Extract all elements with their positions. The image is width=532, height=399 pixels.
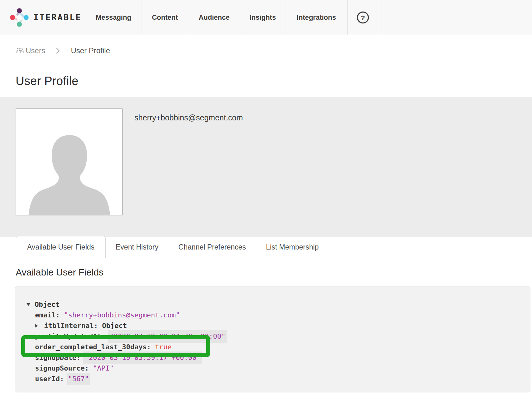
avatar bbox=[16, 109, 123, 215]
json-row-email: email: "sherry+bobbins@segment.com" bbox=[15, 310, 530, 321]
json-key: signupDate: bbox=[35, 352, 85, 363]
profile-tabs: Available User Fields Event History Chan… bbox=[0, 236, 530, 258]
tab-list-membership[interactable]: List Membership bbox=[256, 236, 329, 258]
json-value-highlighted: "567" bbox=[67, 373, 90, 385]
json-value-boolean: true bbox=[155, 342, 172, 352]
nav-item-content[interactable]: Content bbox=[142, 0, 188, 35]
breadcrumb: Users User Profile bbox=[16, 46, 110, 55]
json-row-itblinternal: itblInternal: Object bbox=[15, 321, 530, 331]
nav-item-insights[interactable]: Insights bbox=[240, 0, 285, 35]
chevron-right-icon bbox=[56, 47, 60, 54]
json-row-signupsource: signupSource: "API" bbox=[15, 363, 530, 374]
section-heading: Available User Fields bbox=[16, 267, 103, 278]
json-row-root: Object bbox=[15, 299, 530, 310]
user-fields-panel: Object email: "sherry+bobbins@segment.co… bbox=[15, 286, 530, 392]
iterable-diamond-icon bbox=[9, 8, 29, 28]
json-key: signupSource: bbox=[35, 363, 93, 374]
json-root-label: Object bbox=[35, 299, 59, 310]
help-button[interactable]: ? bbox=[348, 0, 378, 35]
users-icon bbox=[16, 47, 24, 54]
json-tree: Object email: "sherry+bobbins@segment.co… bbox=[15, 286, 530, 384]
navbar-spacer bbox=[378, 0, 532, 35]
tab-channel-preferences[interactable]: Channel Preferences bbox=[168, 236, 256, 258]
profile-summary-band: sherry+bobbins@segment.com bbox=[0, 97, 532, 237]
json-row-order-completed: order_completed_last_30days: true bbox=[15, 342, 530, 352]
breadcrumb-users-link[interactable]: Users bbox=[16, 46, 45, 55]
breadcrumb-users-label: Users bbox=[26, 46, 45, 55]
iterable-logo[interactable]: ITERABLE bbox=[0, 0, 85, 35]
json-key: userId: bbox=[35, 374, 68, 384]
json-value: "API" bbox=[93, 363, 113, 374]
json-value-highlighted: "2020-03-19 03:59:17 +00:00" bbox=[83, 351, 202, 364]
json-object-label: Object bbox=[102, 321, 127, 331]
user-profile-page: ITERABLE Messaging Content Audience Insi… bbox=[0, 0, 532, 399]
tab-event-history[interactable]: Event History bbox=[106, 236, 168, 258]
person-silhouette-icon bbox=[23, 121, 116, 215]
json-key: profileUpdatedAt: bbox=[35, 331, 109, 342]
brand-wordmark: ITERABLE bbox=[33, 13, 82, 22]
triangle-right-icon[interactable] bbox=[35, 324, 38, 328]
nav-item-messaging[interactable]: Messaging bbox=[85, 0, 142, 35]
breadcrumb-current: User Profile bbox=[71, 46, 110, 55]
json-row-userid: userId: "567" bbox=[15, 374, 530, 384]
svg-text:?: ? bbox=[361, 14, 365, 22]
tab-available-user-fields[interactable]: Available User Fields bbox=[16, 236, 106, 258]
json-value: "sherry+bobbins@segment.com" bbox=[64, 310, 180, 321]
profile-email: sherry+bobbins@segment.com bbox=[134, 113, 243, 122]
json-key: email: bbox=[35, 310, 64, 321]
page-title: User Profile bbox=[16, 74, 78, 88]
json-row-signupdate: signupDate: "2020-03-19 03:59:17 +00:00" bbox=[15, 352, 530, 363]
json-key: order_completed_last_30days: bbox=[35, 342, 155, 352]
top-navbar: ITERABLE Messaging Content Audience Insi… bbox=[0, 0, 532, 35]
nav-item-integrations[interactable]: Integrations bbox=[285, 0, 348, 35]
json-row-profileupdatedat: profileUpdatedAt: "2020-03-19 09:04:30 +… bbox=[15, 331, 530, 342]
triangle-down-icon[interactable] bbox=[27, 303, 30, 306]
json-value-highlighted: "2020-03-19 09:04:30 +00:00" bbox=[108, 330, 227, 343]
question-mark-circle-icon: ? bbox=[356, 11, 370, 24]
json-key: itblInternal: bbox=[44, 321, 102, 331]
nav-item-audience[interactable]: Audience bbox=[188, 0, 240, 35]
